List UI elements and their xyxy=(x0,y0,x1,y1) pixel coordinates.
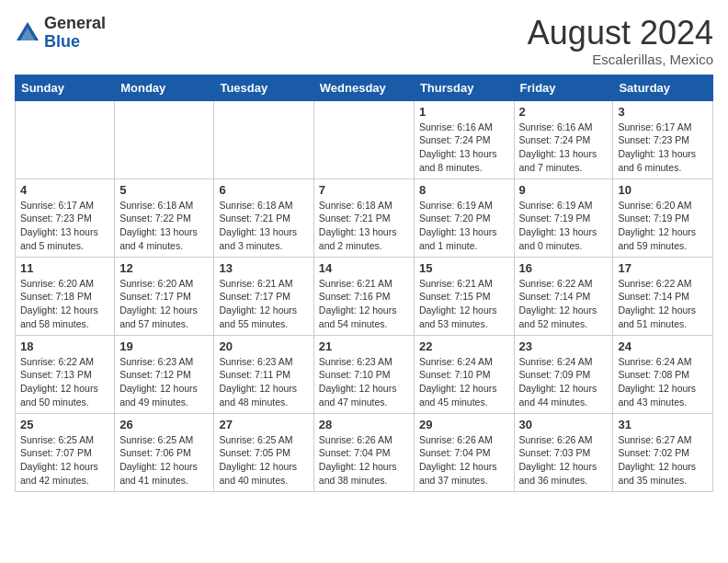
calendar-cell: 17Sunrise: 6:22 AM Sunset: 7:14 PM Dayli… xyxy=(613,257,713,335)
calendar-cell: 10Sunrise: 6:20 AM Sunset: 7:19 PM Dayli… xyxy=(613,178,713,257)
calendar-cell: 3Sunrise: 6:17 AM Sunset: 7:23 PM Daylig… xyxy=(613,100,713,178)
day-number: 20 xyxy=(219,339,308,353)
day-number: 3 xyxy=(618,105,708,119)
day-info: Sunrise: 6:25 AM Sunset: 7:06 PM Dayligh… xyxy=(119,433,209,488)
calendar-cell xyxy=(214,100,313,178)
day-info: Sunrise: 6:23 AM Sunset: 7:11 PM Dayligh… xyxy=(219,355,308,409)
day-number: 6 xyxy=(219,183,308,197)
day-info: Sunrise: 6:16 AM Sunset: 7:24 PM Dayligh… xyxy=(519,121,609,175)
calendar-cell: 31Sunrise: 6:27 AM Sunset: 7:02 PM Dayli… xyxy=(613,413,713,491)
calendar-cell: 4Sunrise: 6:17 AM Sunset: 7:23 PM Daylig… xyxy=(16,178,115,257)
calendar-cell: 23Sunrise: 6:24 AM Sunset: 7:09 PM Dayli… xyxy=(514,335,613,413)
calendar-cell: 26Sunrise: 6:25 AM Sunset: 7:06 PM Dayli… xyxy=(115,413,214,491)
calendar-cell: 7Sunrise: 6:18 AM Sunset: 7:21 PM Daylig… xyxy=(313,178,414,257)
day-info: Sunrise: 6:23 AM Sunset: 7:10 PM Dayligh… xyxy=(319,355,409,409)
calendar-week-row: 25Sunrise: 6:25 AM Sunset: 7:07 PM Dayli… xyxy=(16,413,713,491)
location: Escalerillas, Mexico xyxy=(528,52,713,67)
logo: General Blue xyxy=(15,15,106,52)
day-info: Sunrise: 6:21 AM Sunset: 7:15 PM Dayligh… xyxy=(419,277,509,331)
day-number: 10 xyxy=(618,183,708,197)
calendar-cell: 11Sunrise: 6:20 AM Sunset: 7:18 PM Dayli… xyxy=(16,257,115,335)
day-info: Sunrise: 6:18 AM Sunset: 7:21 PM Dayligh… xyxy=(219,199,308,253)
calendar-cell: 5Sunrise: 6:18 AM Sunset: 7:22 PM Daylig… xyxy=(115,178,214,257)
calendar-cell: 2Sunrise: 6:16 AM Sunset: 7:24 PM Daylig… xyxy=(514,100,613,178)
day-number: 18 xyxy=(20,339,109,353)
day-info: Sunrise: 6:21 AM Sunset: 7:17 PM Dayligh… xyxy=(219,277,308,331)
day-number: 31 xyxy=(618,418,708,431)
day-info: Sunrise: 6:17 AM Sunset: 7:23 PM Dayligh… xyxy=(618,121,708,175)
day-number: 15 xyxy=(419,261,509,275)
day-info: Sunrise: 6:22 AM Sunset: 7:14 PM Dayligh… xyxy=(618,277,708,331)
day-number: 9 xyxy=(519,183,609,197)
calendar-cell xyxy=(313,100,414,178)
calendar-table: SundayMondayTuesdayWednesdayThursdayFrid… xyxy=(15,75,713,492)
weekday-header: Saturday xyxy=(613,75,713,100)
weekday-header: Sunday xyxy=(16,75,115,100)
calendar-week-row: 11Sunrise: 6:20 AM Sunset: 7:18 PM Dayli… xyxy=(16,257,713,335)
calendar-cell: 25Sunrise: 6:25 AM Sunset: 7:07 PM Dayli… xyxy=(16,413,115,491)
calendar-cell: 30Sunrise: 6:26 AM Sunset: 7:03 PM Dayli… xyxy=(514,413,613,491)
day-number: 7 xyxy=(319,183,409,197)
day-info: Sunrise: 6:19 AM Sunset: 7:20 PM Dayligh… xyxy=(419,199,509,253)
calendar-cell: 20Sunrise: 6:23 AM Sunset: 7:11 PM Dayli… xyxy=(214,335,313,413)
calendar-cell: 29Sunrise: 6:26 AM Sunset: 7:04 PM Dayli… xyxy=(414,413,514,491)
day-number: 25 xyxy=(20,418,109,431)
calendar-week-row: 18Sunrise: 6:22 AM Sunset: 7:13 PM Dayli… xyxy=(16,335,713,413)
logo-icon xyxy=(15,20,40,46)
day-info: Sunrise: 6:23 AM Sunset: 7:12 PM Dayligh… xyxy=(119,355,209,409)
calendar-cell: 1Sunrise: 6:16 AM Sunset: 7:24 PM Daylig… xyxy=(414,100,514,178)
calendar-cell: 8Sunrise: 6:19 AM Sunset: 7:20 PM Daylig… xyxy=(414,178,514,257)
weekday-header: Tuesday xyxy=(214,75,313,100)
calendar-cell: 18Sunrise: 6:22 AM Sunset: 7:13 PM Dayli… xyxy=(16,335,115,413)
day-info: Sunrise: 6:16 AM Sunset: 7:24 PM Dayligh… xyxy=(419,121,509,175)
day-number: 12 xyxy=(119,261,209,275)
day-number: 2 xyxy=(519,105,609,119)
weekday-header-row: SundayMondayTuesdayWednesdayThursdayFrid… xyxy=(16,75,713,100)
day-info: Sunrise: 6:24 AM Sunset: 7:08 PM Dayligh… xyxy=(618,355,708,409)
day-number: 13 xyxy=(219,261,308,275)
calendar-cell: 21Sunrise: 6:23 AM Sunset: 7:10 PM Dayli… xyxy=(313,335,414,413)
day-number: 22 xyxy=(419,339,509,353)
day-info: Sunrise: 6:20 AM Sunset: 7:19 PM Dayligh… xyxy=(618,199,708,253)
day-info: Sunrise: 6:22 AM Sunset: 7:14 PM Dayligh… xyxy=(519,277,609,331)
day-info: Sunrise: 6:20 AM Sunset: 7:18 PM Dayligh… xyxy=(20,277,109,331)
day-number: 11 xyxy=(20,261,109,275)
day-info: Sunrise: 6:24 AM Sunset: 7:09 PM Dayligh… xyxy=(519,355,609,409)
day-number: 23 xyxy=(519,339,609,353)
month-year: August 2024 xyxy=(528,15,713,52)
day-info: Sunrise: 6:17 AM Sunset: 7:23 PM Dayligh… xyxy=(20,199,109,253)
title-block: August 2024 Escalerillas, Mexico xyxy=(528,15,713,67)
day-number: 24 xyxy=(618,339,708,353)
weekday-header: Monday xyxy=(115,75,214,100)
day-info: Sunrise: 6:20 AM Sunset: 7:17 PM Dayligh… xyxy=(119,277,209,331)
calendar-week-row: 4Sunrise: 6:17 AM Sunset: 7:23 PM Daylig… xyxy=(16,178,713,257)
calendar-cell: 14Sunrise: 6:21 AM Sunset: 7:16 PM Dayli… xyxy=(313,257,414,335)
calendar-week-row: 1Sunrise: 6:16 AM Sunset: 7:24 PM Daylig… xyxy=(16,100,713,178)
day-number: 16 xyxy=(519,261,609,275)
day-number: 8 xyxy=(419,183,509,197)
day-info: Sunrise: 6:19 AM Sunset: 7:19 PM Dayligh… xyxy=(519,199,609,253)
day-info: Sunrise: 6:25 AM Sunset: 7:05 PM Dayligh… xyxy=(219,433,308,488)
day-number: 27 xyxy=(219,418,308,431)
day-number: 1 xyxy=(419,105,509,119)
day-number: 17 xyxy=(618,261,708,275)
day-number: 14 xyxy=(319,261,409,275)
calendar-cell: 22Sunrise: 6:24 AM Sunset: 7:10 PM Dayli… xyxy=(414,335,514,413)
calendar-cell: 6Sunrise: 6:18 AM Sunset: 7:21 PM Daylig… xyxy=(214,178,313,257)
day-info: Sunrise: 6:26 AM Sunset: 7:03 PM Dayligh… xyxy=(519,433,609,488)
weekday-header: Thursday xyxy=(414,75,514,100)
day-info: Sunrise: 6:18 AM Sunset: 7:22 PM Dayligh… xyxy=(119,199,209,253)
day-info: Sunrise: 6:27 AM Sunset: 7:02 PM Dayligh… xyxy=(618,433,708,488)
day-number: 29 xyxy=(419,418,509,431)
day-number: 26 xyxy=(119,418,209,431)
logo-general-text: General xyxy=(44,14,106,32)
day-info: Sunrise: 6:18 AM Sunset: 7:21 PM Dayligh… xyxy=(319,199,409,253)
day-number: 4 xyxy=(20,183,109,197)
page-header: General Blue August 2024 Escalerillas, M… xyxy=(15,15,713,67)
calendar-cell xyxy=(115,100,214,178)
calendar-cell: 13Sunrise: 6:21 AM Sunset: 7:17 PM Dayli… xyxy=(214,257,313,335)
day-number: 21 xyxy=(319,339,409,353)
calendar-cell: 24Sunrise: 6:24 AM Sunset: 7:08 PM Dayli… xyxy=(613,335,713,413)
day-number: 5 xyxy=(119,183,209,197)
day-info: Sunrise: 6:25 AM Sunset: 7:07 PM Dayligh… xyxy=(20,433,109,488)
